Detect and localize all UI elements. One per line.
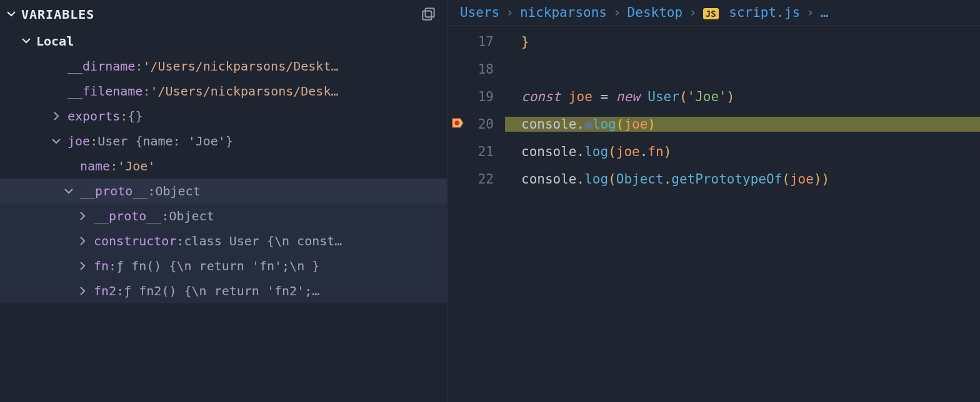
variable-name: exports: [68, 109, 120, 124]
code-content[interactable]: }: [505, 34, 980, 49]
svg-point-2: [454, 120, 459, 125]
variable-name: __proto__: [80, 184, 148, 199]
line-number: 17: [468, 34, 505, 49]
variable-name: joe: [68, 134, 90, 149]
variable-row[interactable]: fn: ƒ fn() {\n return 'fn';\n }: [0, 253, 447, 278]
line-number: 19: [468, 89, 505, 104]
code-editor[interactable]: 17}1819const joe = new User('Joe')20cons…: [448, 26, 980, 402]
code-line[interactable]: 17}: [448, 28, 980, 56]
variables-section-header[interactable]: VARIABLES: [0, 0, 447, 29]
variable-row[interactable]: fn2: ƒ fn2() {\n return 'fn2';…: [0, 278, 447, 303]
chevron-right-icon: ›: [689, 5, 697, 20]
variable-row[interactable]: __proto__: Object: [0, 179, 447, 203]
variable-value: 'Joe': [118, 159, 155, 174]
chevron-right-icon: [76, 236, 89, 246]
collapse-all-icon[interactable]: [421, 6, 437, 22]
variable-name: fn: [94, 258, 109, 273]
variable-value: '/Users/nickparsons/Desk…: [150, 84, 338, 99]
code-content[interactable]: console.log(Object.getPrototypeOf(joe)): [505, 172, 980, 187]
chevron-down-icon: [21, 34, 31, 49]
variable-value: '/Users/nickparsons/Deskt…: [142, 59, 338, 74]
js-file-icon: JS: [703, 8, 719, 19]
svg-rect-0: [426, 8, 434, 17]
breadcrumb-overflow[interactable]: …: [821, 5, 829, 20]
code-content[interactable]: console.●log(joe): [505, 117, 980, 132]
chevron-right-icon: ›: [613, 5, 621, 20]
svg-rect-1: [422, 11, 431, 20]
variable-row[interactable]: __proto__: Object: [0, 203, 447, 228]
variable-name: __proto__: [94, 208, 161, 223]
variable-value: class User {\n const…: [184, 233, 342, 248]
chevron-down-icon: [50, 136, 62, 146]
variable-row[interactable]: name: 'Joe': [0, 154, 447, 179]
line-number: 20: [468, 117, 505, 132]
variable-row[interactable]: __dirname: '/Users/nickparsons/Deskt…: [0, 54, 447, 79]
chevron-right-icon: [76, 286, 89, 296]
variable-value: User {name: 'Joe'}: [98, 134, 233, 149]
code-line[interactable]: 19const joe = new User('Joe'): [448, 83, 980, 110]
variable-name: name: [80, 159, 110, 174]
line-number: 22: [468, 172, 505, 187]
variable-name: constructor: [94, 233, 176, 248]
chevron-down-icon: [62, 186, 75, 196]
breadcrumb-item[interactable]: nickparsons: [520, 5, 607, 20]
code-content[interactable]: console.log(joe.fn): [505, 144, 980, 159]
variable-row[interactable]: exports: {}: [0, 104, 447, 129]
variables-title: VARIABLES: [21, 7, 94, 22]
code-content[interactable]: const joe = new User('Joe'): [505, 89, 980, 104]
variable-value: Object: [155, 184, 200, 199]
breadcrumb-file[interactable]: JS script.js: [703, 5, 800, 20]
variable-value: ƒ fn() {\n return 'fn';\n }: [116, 258, 319, 273]
variable-name: __filename: [68, 84, 142, 99]
chevron-right-icon: ›: [806, 5, 814, 20]
chevron-down-icon: [6, 7, 16, 22]
chevron-right-icon: [76, 211, 89, 221]
scope-local-header[interactable]: Local: [0, 29, 447, 54]
variable-name: fn2: [94, 283, 116, 298]
code-line[interactable]: 22console.log(Object.getPrototypeOf(joe)…: [448, 165, 980, 193]
variable-name: __dirname: [68, 59, 135, 74]
line-number: 18: [468, 62, 505, 77]
code-line[interactable]: 21console.log(joe.fn): [448, 138, 980, 165]
scope-name: Local: [36, 34, 74, 49]
breakpoint-gutter[interactable]: [448, 116, 468, 133]
variable-row[interactable]: constructor: class User {\n const…: [0, 228, 447, 253]
code-line[interactable]: 18: [448, 56, 980, 83]
variables-panel: VARIABLES Local __dirname: '/Users/nickp…: [0, 0, 448, 402]
editor-panel: Users › nickparsons › Desktop › JS scrip…: [448, 0, 980, 402]
variable-row[interactable]: joe: User {name: 'Joe'}: [0, 129, 447, 154]
code-line[interactable]: 20console.●log(joe): [448, 110, 980, 138]
variable-value: ƒ fn2() {\n return 'fn2';…: [124, 283, 319, 298]
breadcrumb-item[interactable]: Desktop: [628, 5, 683, 20]
line-number: 21: [468, 144, 505, 159]
breakpoint-current-icon: [451, 116, 464, 133]
chevron-right-icon: [76, 261, 89, 271]
chevron-right-icon: ›: [506, 5, 514, 20]
breadcrumb-item[interactable]: Users: [460, 5, 499, 20]
variable-value: {}: [128, 109, 142, 124]
variable-row[interactable]: __filename: '/Users/nickparsons/Desk…: [0, 79, 447, 104]
breadcrumb: Users › nickparsons › Desktop › JS scrip…: [448, 0, 980, 26]
chevron-right-icon: [50, 111, 62, 121]
variable-value: Object: [169, 208, 214, 223]
